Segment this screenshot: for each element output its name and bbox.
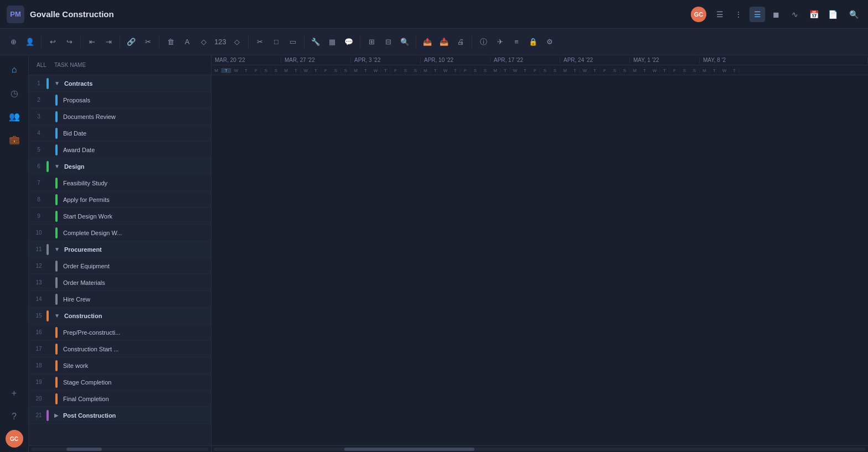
nav-gantt-icon[interactable]: ☰ (750, 7, 765, 22)
comment-button[interactable]: 💬 (341, 34, 356, 50)
row-num: 7 (31, 180, 46, 186)
user-avatar-top[interactable]: GC (691, 7, 706, 22)
task-name: Bid Date (63, 130, 86, 137)
sidebar-item-projects[interactable]: 💼 (4, 129, 24, 149)
task-row[interactable]: 5 Award Date (29, 142, 211, 158)
task-row[interactable]: 14 Hire Crew (29, 291, 211, 308)
indent-button[interactable]: ⇥ (101, 34, 116, 50)
task-name-header: TASK NAME (54, 62, 206, 68)
task-row[interactable]: 2 Proposals (29, 92, 211, 108)
text-button[interactable]: A (179, 34, 195, 50)
row-num: 15 (31, 313, 46, 319)
nav-list-icon[interactable]: ☰ (712, 7, 727, 22)
settings-button[interactable]: ⚙ (542, 34, 557, 50)
task-row[interactable]: 20 Final Completion (29, 391, 211, 407)
task-row[interactable]: 4 Bid Date (29, 125, 211, 142)
row-num: 17 (31, 346, 46, 352)
task-row[interactable]: 1 ▼ Contracts (29, 75, 211, 92)
color-bar (55, 277, 58, 288)
task-row[interactable]: 17 Construction Start ... (29, 341, 211, 357)
row-content: Proposals (46, 95, 209, 106)
scrollbar-thumb[interactable] (344, 448, 475, 451)
task-row[interactable]: 10 Complete Design W... (29, 225, 211, 241)
search-icon[interactable]: 🔍 (846, 7, 861, 22)
task-row[interactable]: 18 Site work (29, 357, 211, 374)
rows-button[interactable]: ⊞ (364, 34, 379, 50)
task-row[interactable]: 16 Prep/Pre-constructi... (29, 324, 211, 341)
task-row[interactable]: 3 Documents Review (29, 108, 211, 125)
sidebar-item-people[interactable]: 👥 (4, 106, 24, 126)
row-num: 9 (31, 213, 46, 219)
wrench-button[interactable]: 🔧 (308, 34, 323, 50)
scrollbar-track[interactable] (214, 448, 866, 451)
nav-calendar-icon[interactable]: 📅 (806, 7, 822, 22)
day-cell: T (590, 68, 600, 73)
task-row[interactable]: 19 Stage Completion (29, 374, 211, 391)
add-button[interactable]: ⊕ (6, 34, 21, 50)
zoom-button[interactable]: 🔍 (397, 34, 412, 50)
task-row[interactable]: 8 Apply for Permits (29, 191, 211, 208)
sidebar-user-avatar[interactable]: GC (6, 430, 23, 448)
day-cell: W (231, 68, 241, 73)
row-content: ▼ Procurement (46, 244, 209, 255)
nav-doc-icon[interactable]: 📄 (825, 7, 840, 22)
sidebar-item-home[interactable]: ⌂ (4, 60, 24, 80)
grid-button[interactable]: ▦ (324, 34, 340, 50)
unlink-button[interactable]: ✂ (140, 34, 156, 50)
task-row[interactable]: 7 Feasibility Study (29, 175, 211, 191)
diamond-button[interactable]: ◇ (229, 34, 245, 50)
task-row[interactable]: 21 ▶ Post Construction (29, 407, 211, 424)
task-row[interactable]: 9 Start Design Work (29, 208, 211, 225)
task-row[interactable]: 12 Order Equipment (29, 258, 211, 274)
collapse-icon[interactable]: ▼ (54, 163, 60, 169)
sidebar-add-button[interactable]: + (4, 383, 24, 403)
copy-button[interactable]: ▭ (285, 34, 301, 50)
share-button[interactable]: ✈ (492, 34, 508, 50)
color-bar (46, 161, 49, 172)
add-user-button[interactable]: 👤 (22, 34, 38, 50)
sidebar-item-help[interactable]: ? (4, 407, 24, 427)
cols-button[interactable]: ⊟ (380, 34, 396, 50)
upload-button[interactable]: 📥 (436, 34, 452, 50)
shape-button[interactable]: ◇ (196, 34, 211, 50)
undo-button[interactable]: ↩ (45, 34, 60, 50)
lock-button[interactable]: 🔒 (525, 34, 541, 50)
sidebar-item-recent[interactable]: ◷ (4, 83, 24, 103)
date-label-3: APR, 3 '22 (351, 57, 421, 63)
nav-chart-icon[interactable]: ∿ (787, 7, 803, 22)
link-button[interactable]: 🔗 (123, 34, 139, 50)
task-row[interactable]: 6 ▼ Design (29, 158, 211, 175)
num-button[interactable]: 123 (213, 34, 228, 50)
outdent-button[interactable]: ⇤ (84, 34, 100, 50)
delete-button[interactable]: 🗑 (163, 34, 178, 50)
info-button[interactable]: ⓘ (476, 34, 491, 50)
row-num: 19 (31, 379, 46, 385)
row-content: Bid Date (46, 128, 209, 139)
task-row[interactable]: 11 ▼ Procurement (29, 241, 211, 258)
nav-table-icon[interactable]: ◼ (768, 7, 784, 22)
task-list-scrollbar[interactable] (29, 445, 211, 452)
main-layout: ⌂ ◷ 👥 💼 + ? GC ALL TASK NAME 1 ▼ (0, 55, 868, 452)
gantt-scrollbar[interactable] (211, 445, 868, 452)
row-content: Construction Start ... (46, 344, 209, 355)
collapse-icon[interactable]: ▼ (54, 80, 60, 86)
task-row[interactable]: 15 ▼ Construction (29, 308, 211, 324)
collapse-icon[interactable]: ▶ (54, 412, 59, 418)
export-button[interactable]: 📤 (420, 34, 435, 50)
color-bar (55, 294, 58, 305)
collapse-icon[interactable]: ▼ (54, 313, 60, 319)
all-label: ALL (33, 62, 50, 68)
nav-columns-icon[interactable]: ⋮ (731, 7, 746, 22)
day-cell: M (421, 68, 431, 73)
rect-button[interactable]: □ (268, 34, 284, 50)
color-bar (55, 360, 58, 371)
toolbar-sep-7 (360, 35, 360, 49)
filter-button[interactable]: ≡ (509, 34, 524, 50)
redo-button[interactable]: ↪ (61, 34, 77, 50)
toolbar-sep-9 (472, 35, 472, 49)
cut-button[interactable]: ✂ (252, 34, 267, 50)
print-button[interactable]: 🖨 (453, 34, 468, 50)
toolbar-sep-4 (159, 35, 159, 49)
task-row[interactable]: 13 Order Materials (29, 274, 211, 291)
collapse-icon[interactable]: ▼ (54, 246, 60, 252)
